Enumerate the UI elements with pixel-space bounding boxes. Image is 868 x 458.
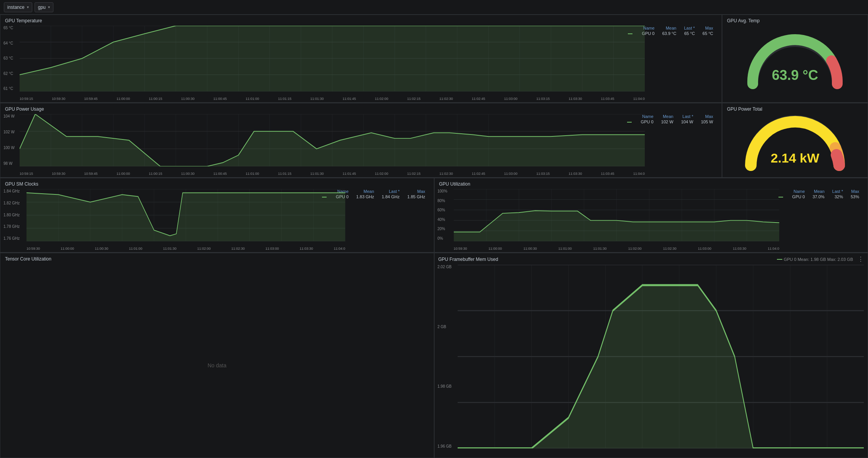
legend-max-header: Max: [699, 26, 717, 31]
gpu-dropdown-arrow: ▾: [48, 5, 50, 9]
gpu-temp-panel: GPU Temperature Name Mean Last * Max GPU…: [0, 15, 722, 103]
gpu-util-x-labels: 10:59:3011:00:0011:00:3011:01:0011:01:30…: [454, 247, 780, 251]
topbar: instance ▾ gpu ▾: [0, 0, 868, 15]
framebuffer-chart: [458, 265, 864, 448]
row-2: GPU Power Usage Name Mean Last * Max GPU…: [0, 103, 868, 178]
gpu-power-y-labels: 104 W102 W100 W98 W: [3, 114, 15, 166]
gpu-power-title: GPU Power Usage: [0, 103, 722, 113]
gpu-power-panel: GPU Power Usage Name Mean Last * Max GPU…: [0, 103, 722, 178]
gpu-util-legend: Name Mean Last * Max GPU 0 37.0% 32% 53%: [775, 189, 863, 199]
gpu-temp-legend-max: 65 °C: [699, 31, 717, 36]
gpu-power-total-title: GPU Power Total: [722, 103, 767, 113]
gpu-label: gpu: [38, 5, 46, 10]
gpu-framebuffer-title: GPU Framebuffer Mem Used: [438, 257, 498, 262]
svg-marker-93: [458, 285, 864, 448]
framebuffer-menu-icon[interactable]: ⋮: [858, 256, 864, 263]
gpu-power-chart: [20, 114, 645, 166]
dashboard: GPU Temperature Name Mean Last * Max GPU…: [0, 15, 868, 458]
gpu-util-chart: [454, 189, 780, 241]
gpu-sm-chart: [27, 189, 345, 241]
framebuffer-header: GPU Framebuffer Mem Used GPU 0 Mean: 1.9…: [435, 253, 868, 264]
instance-dropdown-arrow: ▾: [27, 5, 29, 9]
gpu-sm-clocks-panel: GPU SM Clocks Name Mean Last * Max GPU 0…: [0, 178, 434, 252]
framebuffer-y-labels: 2.02 GB2 GB1.98 GB1.96 GB: [438, 265, 452, 448]
gpu-sm-x-labels: 10:59:3011:00:0011:00:3011:01:0011:01:30…: [27, 247, 345, 251]
gpu-framebuffer-panel: GPU Framebuffer Mem Used GPU 0 Mean: 1.9…: [434, 253, 868, 458]
instance-dropdown[interactable]: instance ▾: [4, 2, 32, 12]
gpu-temp-legend-last: 65 °C: [680, 31, 699, 36]
framebuffer-legend: GPU 0 Mean: 1.98 GB Max: 2.03 GB: [777, 257, 853, 262]
svg-text:2.14 kW: 2.14 kW: [771, 151, 820, 165]
gpu-utilization-title: GPU Utilization: [435, 178, 868, 188]
gpu-avg-temp-title: GPU Avg. Temp: [722, 15, 764, 25]
gpu-power-x-labels: 10:59:1510:59:3010:59:4511:00:0011:00:15…: [20, 172, 645, 176]
gpu-avg-temp-panel: GPU Avg. Temp 63.9 °C: [722, 15, 868, 103]
gpu-avg-temp-gauge: 63.9 °C: [741, 24, 849, 93]
gpu-util-y-labels: 100%80%60%40%20%0%: [438, 189, 448, 241]
row-4: Tensor Core Utilization No data GPU Fram…: [0, 253, 868, 458]
gpu-dropdown[interactable]: gpu ▾: [35, 2, 53, 12]
tensor-core-no-data: No data: [0, 263, 434, 458]
gpu-power-total-gauge: 2.14 kW: [741, 106, 849, 175]
gpu-sm-y-labels: 1.84 GHz1.82 GHz1.80 GHz1.78 GHz1.76 GHz: [3, 189, 20, 241]
tensor-core-panel: Tensor Core Utilization No data: [0, 253, 434, 458]
gpu-utilization-panel: GPU Utilization Name Mean Last * Max GPU…: [434, 178, 868, 252]
gpu-temp-title: GPU Temperature: [0, 15, 722, 25]
tensor-core-title: Tensor Core Utilization: [0, 253, 434, 263]
legend-mean-header: Mean: [658, 26, 680, 31]
legend-last-header: Last *: [680, 26, 699, 31]
svg-text:63.9 °C: 63.9 °C: [772, 67, 818, 83]
gpu-temp-y-labels: 65 °C64 °C63 °C62 °C61 °C: [3, 26, 13, 91]
gpu-sm-clocks-title: GPU SM Clocks: [0, 178, 434, 188]
instance-label: instance: [7, 5, 25, 10]
row-3: GPU SM Clocks Name Mean Last * Max GPU 0…: [0, 178, 868, 253]
gpu-temp-chart: [20, 26, 645, 91]
row-1: GPU Temperature Name Mean Last * Max GPU…: [0, 15, 868, 103]
gpu-temp-x-labels: 10:59:1510:59:3010:59:4511:00:0011:00:15…: [20, 97, 645, 101]
gpu-temp-legend-mean: 63.9 °C: [658, 31, 680, 36]
gpu-power-total-panel: GPU Power Total 2.14 kW: [722, 103, 868, 178]
svg-marker-61: [27, 193, 345, 241]
